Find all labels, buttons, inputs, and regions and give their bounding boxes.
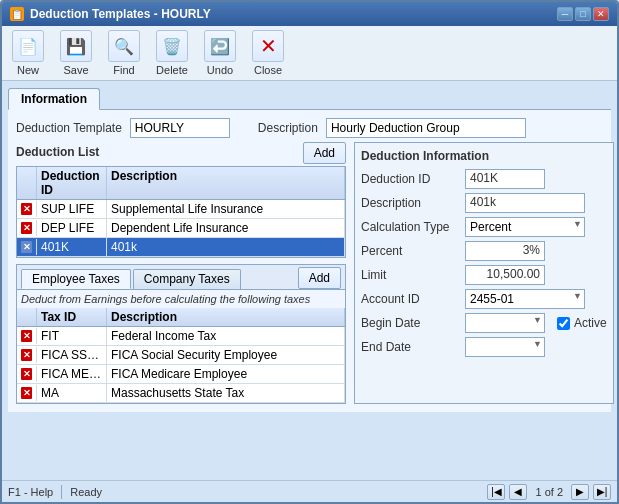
info-end-date-row: End Date <box>361 337 607 357</box>
save-button[interactable]: 💾 Save <box>58 30 94 76</box>
info-limit-row: Limit 10,500.00 <box>361 265 607 285</box>
tax-list-header: Tax ID Description <box>17 308 345 327</box>
info-deduction-id-row: Deduction ID 401K <box>361 169 607 189</box>
left-col: Deduction List Add Deduction ID Descript… <box>16 142 346 404</box>
table-row[interactable]: ✕ FICA SS (E) FICA Social Security Emplo… <box>17 346 345 365</box>
tax-desc-cell: FICA Social Security Employee <box>107 346 345 364</box>
account-id-select-wrapper: 2455-01 <box>465 289 585 309</box>
info-description-label: Description <box>361 196 461 210</box>
nav-last-button[interactable]: ▶| <box>593 484 611 500</box>
undo-button[interactable]: ↩️ Undo <box>202 30 238 76</box>
delete-tax-icon[interactable]: ✕ <box>21 368 32 380</box>
deduction-list-header: Deduction ID Description <box>17 167 345 200</box>
right-col: Deduction Information Deduction ID 401K … <box>354 142 614 404</box>
window-title: Deduction Templates - HOURLY <box>30 7 211 21</box>
end-date-wrapper <box>465 337 545 357</box>
status-left: F1 - Help Ready <box>8 485 102 499</box>
tab-information[interactable]: Information <box>8 88 100 110</box>
find-icon: 🔍 <box>108 30 140 62</box>
delete-tax-icon[interactable]: ✕ <box>21 330 32 342</box>
table-row[interactable]: ✕ SUP LIFE Supplemental Life Insurance <box>17 200 345 219</box>
info-limit-value: 10,500.00 <box>465 265 545 285</box>
begin-date-wrapper <box>465 313 545 333</box>
delete-tax-icon[interactable]: ✕ <box>21 349 32 361</box>
close-icon: ✕ <box>252 30 284 62</box>
deduction-col-id-header: Deduction ID <box>37 167 107 199</box>
main-window: 📋 Deduction Templates - HOURLY ─ □ ✕ 📄 N… <box>0 0 619 504</box>
window-close-button[interactable]: ✕ <box>593 7 609 21</box>
deduction-col-desc-header: Description <box>107 167 345 199</box>
info-end-date-label: End Date <box>361 340 461 354</box>
status-separator <box>61 485 62 499</box>
tab-content: Deduction Template Description Deduction… <box>8 109 611 412</box>
account-id-select[interactable]: 2455-01 <box>465 289 585 309</box>
nav-next-button[interactable]: ▶ <box>571 484 589 500</box>
delete-button[interactable]: 🗑️ Delete <box>154 30 190 76</box>
template-label: Deduction Template <box>16 121 122 135</box>
info-calc-type-label: Calculation Type <box>361 220 461 234</box>
info-begin-date-label: Begin Date <box>361 316 461 330</box>
tax-desc-cell: Massachusetts State Tax <box>107 384 345 402</box>
description-input[interactable] <box>326 118 526 138</box>
begin-date-select[interactable] <box>465 313 545 333</box>
tax-desc-cell: Federal Income Tax <box>107 327 345 345</box>
info-account-id-label: Account ID <box>361 292 461 306</box>
tax-id-cell: MA <box>37 384 107 402</box>
undo-label: Undo <box>207 64 233 76</box>
delete-tax-icon[interactable]: ✕ <box>21 387 32 399</box>
table-row[interactable]: ✕ FICA MED (E) FICA Medicare Employee <box>17 365 345 384</box>
deduction-desc-cell: Supplemental Life Insurance <box>107 200 345 218</box>
delete-row-icon[interactable]: ✕ <box>21 222 32 234</box>
find-label: Find <box>113 64 134 76</box>
table-row[interactable]: ✕ MA Massachusetts State Tax <box>17 384 345 403</box>
title-bar-left: 📋 Deduction Templates - HOURLY <box>10 7 211 21</box>
tax-col-id-header: Tax ID <box>37 308 107 326</box>
deduction-id-cell: DEP LIFE <box>37 219 107 237</box>
table-row[interactable]: ✕ DEP LIFE Dependent Life Insurance <box>17 219 345 238</box>
tax-area: Employee Taxes Company Taxes Add Deduct … <box>16 264 346 404</box>
deduction-id-cell: SUP LIFE <box>37 200 107 218</box>
info-percent-value: 3% <box>465 241 545 261</box>
info-begin-date-row: Begin Date Active <box>361 313 607 333</box>
close-button[interactable]: ✕ Close <box>250 30 286 76</box>
active-checkbox[interactable] <box>557 317 570 330</box>
deduction-id-cell: 401K <box>37 238 107 256</box>
tax-id-cell: FIT <box>37 327 107 345</box>
maximize-button[interactable]: □ <box>575 7 591 21</box>
template-input[interactable] <box>130 118 230 138</box>
info-description-row: Description 401k <box>361 193 607 213</box>
tax-id-cell: FICA SS (E) <box>37 346 107 364</box>
undo-icon: ↩️ <box>204 30 236 62</box>
info-deduction-id-label: Deduction ID <box>361 172 461 186</box>
nav-controls: |◀ ◀ 1 of 2 ▶ ▶| <box>487 484 611 500</box>
end-date-select[interactable] <box>465 337 545 357</box>
window-controls: ─ □ ✕ <box>557 7 609 21</box>
save-icon: 💾 <box>60 30 92 62</box>
tax-add-button[interactable]: Add <box>298 267 341 289</box>
tab-company-taxes[interactable]: Company Taxes <box>133 269 241 289</box>
deduction-list-header-row: Deduction List Add <box>16 142 346 164</box>
page-info: 1 of 2 <box>531 486 567 498</box>
main-content: Information Deduction Template Descripti… <box>2 81 617 480</box>
delete-label: Delete <box>156 64 188 76</box>
deduction-list: Deduction ID Description ✕ SUP LIFE Supp… <box>16 166 346 258</box>
nav-first-button[interactable]: |◀ <box>487 484 505 500</box>
deduction-add-button[interactable]: Add <box>303 142 346 164</box>
table-row[interactable]: ✕ FIT Federal Income Tax <box>17 327 345 346</box>
find-button[interactable]: 🔍 Find <box>106 30 142 76</box>
table-row[interactable]: ✕ 401K 401k <box>17 238 345 257</box>
tab-employee-taxes[interactable]: Employee Taxes <box>21 269 131 289</box>
minimize-button[interactable]: ─ <box>557 7 573 21</box>
info-percent-label: Percent <box>361 244 461 258</box>
new-button[interactable]: 📄 New <box>10 30 46 76</box>
delete-row-icon[interactable]: ✕ <box>21 203 32 215</box>
calc-type-select[interactable]: Percent Flat <box>465 217 585 237</box>
new-icon: 📄 <box>12 30 44 62</box>
deduction-desc-cell: Dependent Life Insurance <box>107 219 345 237</box>
tax-id-cell: FICA MED (E) <box>37 365 107 383</box>
close-label: Close <box>254 64 282 76</box>
deduction-list-section: Deduction List Add Deduction ID Descript… <box>16 142 346 258</box>
nav-prev-button[interactable]: ◀ <box>509 484 527 500</box>
deduction-desc-cell: 401k <box>107 238 345 256</box>
delete-row-icon[interactable]: ✕ <box>21 241 32 253</box>
